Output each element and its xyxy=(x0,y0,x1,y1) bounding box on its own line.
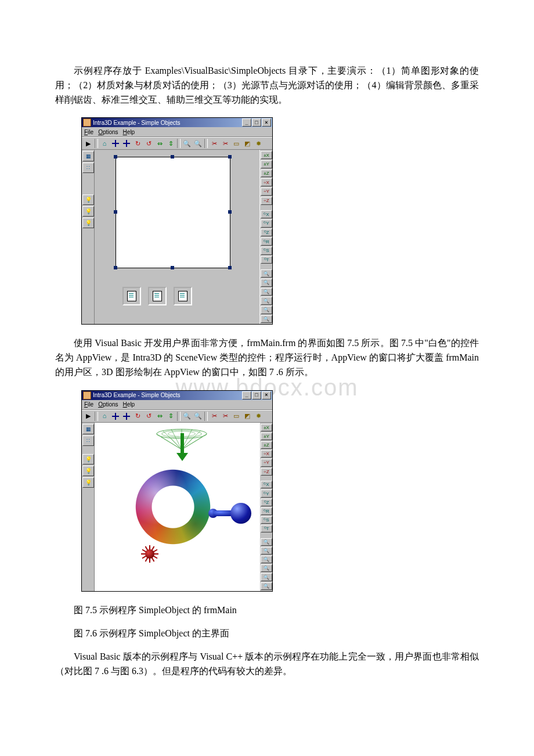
rotate-z-button[interactable]: ÷Z xyxy=(261,468,272,476)
light3-button[interactable]: 💡 xyxy=(82,218,94,228)
play-button[interactable]: ▶ xyxy=(83,411,93,422)
mag-2-button[interactable]: 🔍 xyxy=(261,547,272,555)
3d-viewport[interactable] xyxy=(95,423,259,591)
global-z-button[interactable]: ᴳZ xyxy=(261,229,272,237)
scale2-button[interactable]: ⇕ xyxy=(165,138,176,149)
maximize-button[interactable]: □ xyxy=(252,118,261,127)
scale-button[interactable]: ⇔ xyxy=(154,411,165,422)
translate-z-button[interactable]: ±Z xyxy=(261,170,272,178)
cube-button[interactable]: ◩ xyxy=(242,411,252,422)
translate-x-button[interactable]: ±X xyxy=(261,424,272,431)
mag-3-button[interactable]: 🔍 xyxy=(261,288,272,296)
figure-7-6-caption: 图 7.6 示例程序 SimpleObject 的主界面 xyxy=(55,627,479,640)
move-button[interactable] xyxy=(110,138,121,149)
rotate-z-button[interactable]: ÷Z xyxy=(261,197,272,205)
rotate-button[interactable]: ↻ xyxy=(132,411,143,422)
rotate2-button[interactable]: ↺ xyxy=(143,411,154,422)
minimize-button[interactable]: _ xyxy=(242,391,251,399)
light2-button[interactable]: 💡 xyxy=(82,206,94,217)
window-buttons: _ □ × xyxy=(242,391,271,399)
global-r-button[interactable]: ᴳR xyxy=(261,507,272,515)
rotate-x-button[interactable]: ÷X xyxy=(261,450,272,458)
rotate-y-button[interactable]: ÷Y xyxy=(261,188,272,196)
zoom-out-button[interactable]: 🔍 xyxy=(193,138,203,149)
menu-options[interactable]: Options xyxy=(98,401,118,408)
close-button[interactable]: × xyxy=(262,118,271,127)
play-button[interactable]: ▶ xyxy=(83,138,93,149)
mag-4-button[interactable]: 🔍 xyxy=(261,297,272,305)
cut-button[interactable]: ✂ xyxy=(209,411,219,422)
maximize-button[interactable]: □ xyxy=(252,391,261,399)
box-button[interactable]: ▭ xyxy=(231,411,241,422)
minimize-button[interactable]: _ xyxy=(242,118,251,127)
grid-toggle-button[interactable]: ▦ xyxy=(82,151,94,161)
zoom-in-button[interactable]: 🔍 xyxy=(182,411,192,422)
form-designer-surface[interactable] xyxy=(95,150,259,324)
global-y-button[interactable]: ᴳY xyxy=(261,489,272,497)
global-s-button[interactable]: ᴳS xyxy=(261,247,272,255)
box-button[interactable]: ▭ xyxy=(231,138,241,149)
mag-1-button[interactable]: 🔍 xyxy=(261,538,272,546)
cube-button[interactable]: ◩ xyxy=(242,138,252,149)
scale-button[interactable]: ⇔ xyxy=(154,138,165,149)
global-s-button[interactable]: ᴳS xyxy=(261,516,272,524)
light2-button[interactable]: 💡 xyxy=(82,466,94,476)
move-icon xyxy=(123,140,130,147)
translate-x-button[interactable]: ±X xyxy=(261,151,272,159)
grid-toggle-button[interactable]: ▦ xyxy=(82,424,94,434)
cut2-button[interactable]: ✂ xyxy=(220,411,230,422)
gear-button[interactable]: ✹ xyxy=(253,411,264,422)
mag-4-button[interactable]: 🔍 xyxy=(261,564,272,572)
right-sidebar: ±X ±Y ±Z ÷X ÷Y ÷Z ᴳX ᴳY ᴳZ ᴳR ᴳS ᴳT 🔍 🔍 … xyxy=(259,150,272,324)
dialog-control-2[interactable] xyxy=(148,287,167,305)
light1-button[interactable]: 💡 xyxy=(82,195,94,205)
translate-y-button[interactable]: ±Y xyxy=(261,433,272,440)
light1-button[interactable]: 💡 xyxy=(82,454,94,465)
menu-help[interactable]: Help xyxy=(123,401,135,408)
light3-button[interactable]: 💡 xyxy=(82,477,94,488)
menu-options[interactable]: Options xyxy=(98,129,118,135)
global-z-button[interactable]: ᴳZ xyxy=(261,499,272,506)
move2-button[interactable] xyxy=(121,411,132,422)
dots-toggle-button[interactable]: ∷ xyxy=(82,163,94,173)
menu-file[interactable]: File xyxy=(84,129,93,135)
mag-5-button[interactable]: 🔍 xyxy=(261,306,272,314)
global-x-button[interactable]: ᴳX xyxy=(261,210,272,218)
menubar: File Options Help xyxy=(82,127,272,137)
mag-5-button[interactable]: 🔍 xyxy=(261,573,272,581)
dots-toggle-button[interactable]: ∷ xyxy=(82,435,94,446)
reset-view-button[interactable]: ⌂ xyxy=(99,411,110,422)
translate-z-button[interactable]: ±Z xyxy=(261,441,272,449)
move-icon xyxy=(112,140,119,147)
cut-button[interactable]: ✂ xyxy=(209,138,219,149)
appview-control[interactable] xyxy=(116,157,230,268)
translate-y-button[interactable]: ±Y xyxy=(261,160,272,168)
zoom-in-button[interactable]: 🔍 xyxy=(182,138,192,149)
dialog-control-1[interactable] xyxy=(122,287,141,305)
reset-view-button[interactable]: ⌂ xyxy=(99,138,110,149)
dialog-control-3[interactable] xyxy=(174,287,192,305)
rotate-y-button[interactable]: ÷Y xyxy=(261,459,272,466)
rotate-x-button[interactable]: ÷X xyxy=(261,178,272,186)
mag-2-button[interactable]: 🔍 xyxy=(261,279,272,287)
menu-file[interactable]: File xyxy=(84,401,93,408)
close-button[interactable]: × xyxy=(262,391,271,399)
global-r-button[interactable]: ᴳR xyxy=(261,237,272,246)
cut2-button[interactable]: ✂ xyxy=(220,138,230,149)
rotate2-button[interactable]: ↺ xyxy=(143,138,154,149)
menu-help[interactable]: Help xyxy=(123,129,135,135)
move2-button[interactable] xyxy=(121,138,132,149)
scale2-button[interactable]: ⇕ xyxy=(165,411,176,422)
mag-6-button[interactable]: 🔍 xyxy=(261,582,272,590)
mag-3-button[interactable]: 🔍 xyxy=(261,556,272,563)
move-button[interactable] xyxy=(110,411,121,422)
gear-button[interactable]: ✹ xyxy=(253,138,264,149)
global-y-button[interactable]: ᴳY xyxy=(261,219,272,228)
mag-6-button[interactable]: 🔍 xyxy=(261,315,272,323)
global-x-button[interactable]: ᴳX xyxy=(261,481,272,488)
rotate-button[interactable]: ↻ xyxy=(132,138,143,149)
zoom-out-button[interactable]: 🔍 xyxy=(193,411,203,422)
global-t-button[interactable]: ᴳT xyxy=(261,525,272,532)
global-t-button[interactable]: ᴳT xyxy=(261,256,272,264)
mag-1-button[interactable]: 🔍 xyxy=(261,269,272,278)
